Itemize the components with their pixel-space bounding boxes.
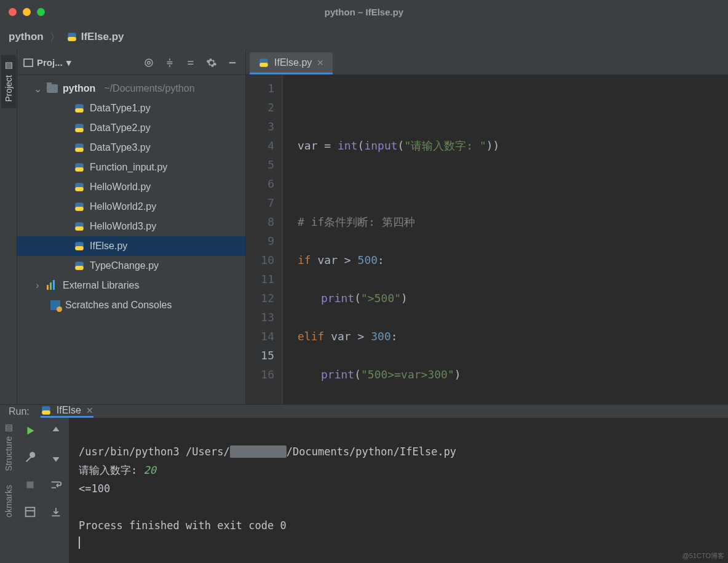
scroll-to-end-icon[interactable] (49, 505, 63, 519)
line-number: 2 (246, 98, 274, 117)
svg-point-2 (145, 59, 152, 66)
code-line: elif var > 300: (298, 327, 728, 346)
svg-rect-11 (75, 167, 84, 172)
bottom-left-rail: Structure ▤ okmarks (0, 418, 17, 563)
select-opened-file-icon[interactable] (142, 56, 156, 70)
minimize-window-button[interactable] (23, 8, 31, 16)
project-rail-icon: ▤ (4, 62, 14, 71)
code-line (298, 98, 728, 117)
svg-rect-19 (75, 246, 84, 250)
run-toolbar-primary (17, 418, 43, 563)
line-number: 12 (246, 289, 274, 308)
scratches-consoles-node[interactable]: Scratches and Consoles (17, 295, 245, 315)
svg-rect-15 (75, 207, 84, 211)
run-body: Structure ▤ okmarks /usr/bin/python3 /Us… (0, 418, 728, 563)
python-file-icon (74, 142, 85, 153)
editor-area: IfElse.py ✕ 1 2 3 4 5 6 7 8 9 10 11 12 1… (246, 50, 728, 404)
tree-file-selected[interactable]: IfElse.py (17, 236, 245, 256)
project-panel: Proj... ▾ ⌄ python ~/Documents/python Da… (17, 50, 246, 404)
tree-file[interactable]: DataType2.py (17, 118, 245, 138)
layout-icon[interactable] (23, 505, 37, 519)
tree-file[interactable]: HelloWorld.py (17, 177, 245, 197)
console-program-output: <=100 (79, 482, 110, 495)
project-panel-title-label: Proj... (37, 57, 63, 68)
project-panel-title[interactable]: Proj... ▾ (23, 57, 135, 68)
scroll-down-icon[interactable] (49, 451, 63, 465)
code-line: elif var > 100: (298, 403, 728, 404)
editor-tab-ifelse[interactable]: IfElse.py ✕ (250, 52, 333, 74)
python-file-icon (74, 221, 85, 232)
project-view-icon (23, 58, 33, 67)
line-number: 10 (246, 250, 274, 270)
project-panel-header: Proj... ▾ (17, 50, 245, 75)
dropdown-icon: ▾ (66, 57, 71, 68)
structure-tool-tab[interactable]: Structure ▤ (2, 420, 15, 475)
line-number-current: 15 (246, 346, 274, 365)
run-panel-header: Run: IfElse ✕ (0, 405, 728, 418)
svg-rect-25 (42, 410, 50, 415)
line-number: 13 (246, 308, 274, 327)
project-tool-label: Project (4, 75, 14, 102)
python-file-icon (74, 162, 85, 173)
file-label: HelloWorld2.py (90, 201, 156, 212)
python-file-icon (74, 260, 85, 271)
code-editor[interactable]: 1 2 3 4 5 6 7 8 9 10 11 12 13 14 15 16 v… (246, 75, 728, 404)
svg-rect-17 (75, 226, 84, 231)
code-line: if var > 500: (298, 250, 728, 270)
hide-panel-icon[interactable] (226, 56, 239, 70)
console-exit-line: Process finished with exit code 0 (79, 519, 287, 532)
tree-file[interactable]: TypeChange.py (17, 256, 245, 276)
code-content[interactable]: var = int(input("请输入数字: ")) # if条件判断: 第四… (283, 75, 728, 404)
close-run-tab-icon[interactable]: ✕ (86, 405, 93, 415)
redacted-username: xxxxxxxxx (230, 445, 287, 458)
svg-rect-27 (26, 508, 35, 517)
close-window-button[interactable] (9, 8, 17, 16)
code-line: print(">500") (298, 289, 728, 308)
run-panel: Run: IfElse ✕ Structure ▤ okmarks /usr/b… (0, 404, 728, 563)
project-tool-tab[interactable]: Project ▤ (1, 55, 16, 108)
expand-all-icon[interactable] (163, 56, 176, 70)
project-root-folder[interactable]: ⌄ python ~/Documents/python (17, 79, 245, 98)
window-controls (0, 8, 45, 16)
line-number: 14 (246, 327, 274, 346)
console-prompt: 请输入数字: 20 (79, 464, 156, 476)
line-number: 7 (246, 193, 274, 212)
close-tab-icon[interactable]: ✕ (317, 58, 324, 68)
run-tab-label: IfElse (57, 405, 81, 416)
line-number: 1 (246, 79, 274, 98)
file-label: HelloWorld3.py (90, 221, 156, 232)
maximize-window-button[interactable] (37, 8, 45, 16)
console-output[interactable]: /usr/bin/python3 /Users/xxxxxxxxx/Docume… (69, 418, 728, 563)
bookmarks-tool-tab[interactable]: okmarks (2, 481, 15, 521)
svg-rect-9 (75, 148, 84, 152)
rerun-icon[interactable] (23, 424, 37, 437)
tree-file[interactable]: DataType1.py (17, 98, 245, 118)
chevron-down-icon: ⌄ (33, 83, 42, 95)
tree-file[interactable]: HelloWorld3.py (17, 217, 245, 236)
external-libraries-node[interactable]: › External Libraries (17, 276, 245, 295)
collapse-all-icon[interactable] (184, 56, 197, 70)
breadcrumb-root[interactable]: python (9, 31, 44, 43)
tree-file[interactable]: HelloWorld2.py (17, 197, 245, 217)
python-file-icon (258, 57, 269, 68)
stop-icon[interactable] (23, 478, 37, 492)
python-file-icon (74, 201, 85, 212)
python-file-icon (66, 31, 77, 42)
scroll-up-icon[interactable] (49, 424, 63, 437)
wrench-icon[interactable] (23, 451, 37, 465)
breadcrumb-file[interactable]: IfElse.py (66, 31, 124, 43)
editor-tab-label: IfElse.py (274, 57, 312, 68)
run-tab[interactable]: IfElse ✕ (41, 405, 93, 418)
libraries-icon (47, 280, 58, 291)
svg-rect-26 (27, 482, 34, 489)
tree-file[interactable]: Function_input.py (17, 158, 245, 177)
python-file-icon (74, 182, 85, 193)
console-command: /usr/bin/python3 /Users/xxxxxxxxx/Docume… (79, 445, 456, 458)
breadcrumb-file-label: IfElse.py (81, 31, 124, 43)
soft-wrap-icon[interactable] (49, 478, 63, 492)
file-label: DataType1.py (90, 103, 151, 114)
line-number: 4 (246, 136, 274, 155)
left-tool-rail: Project ▤ (0, 50, 17, 404)
tree-file[interactable]: DataType3.py (17, 138, 245, 158)
settings-icon[interactable] (205, 56, 218, 70)
